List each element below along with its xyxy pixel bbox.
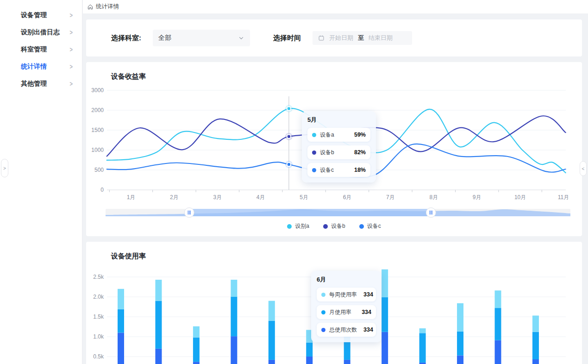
highlighted-point [287,107,291,110]
chevron-right-icon: > [70,63,73,70]
time-filter-label: 选择时间 [273,34,301,43]
breadcrumb-label: 统计详情 [96,3,119,11]
bar-segment-月使用率[interactable] [193,338,200,362]
revenue-chart-card: 设备收益率 050010001500200030001月2月3月4月5月6月7月… [86,62,582,236]
handle-grip-icon [190,211,191,215]
bar-segment-总使用次数[interactable] [155,349,162,364]
tooltip-series-name: 设备c [320,166,348,174]
bar-segment-总使用次数[interactable] [457,355,463,364]
y-axis-label: 500 [94,167,104,173]
sidebar-item-label: 设别出借日志 [21,28,60,37]
bar-segment-每周使用率[interactable] [419,328,426,333]
x-axis-label: 11月 [558,194,569,201]
line-chart-legend: 设别a设备b设备c [86,222,582,230]
bar-segment-总使用次数[interactable] [306,357,313,364]
expand-left-panel-button[interactable]: > [1,159,8,177]
tooltip-series-name: 设备a [320,131,348,139]
bar-segment-每周使用率[interactable] [382,270,388,297]
bar-segment-月使用率[interactable] [532,332,539,359]
start-date-input[interactable]: 开始日期 [329,34,353,42]
x-axis-label: 8月 [429,194,438,201]
bar-segment-总使用次数[interactable] [269,360,275,364]
y-axis-label: 2000 [91,107,104,113]
bar-segment-每周使用率[interactable] [457,303,463,332]
series-dot-icon [321,293,325,297]
sidebar-item-科室管理[interactable]: 科室管理> [0,41,82,58]
sidebar-item-label: 科室管理 [21,45,47,54]
date-separator: 至 [358,34,364,42]
series-dot-icon [312,133,316,137]
tooltip-row: 设备c18% [307,163,370,177]
y-axis-label: 1.0k [93,333,104,340]
tooltip-series-name: 月使用率 [329,308,355,316]
end-date-input[interactable]: 结束日期 [369,34,393,42]
sidebar: 设备管理>设别出借日志>科室管理>统计详情>其他管理> [0,0,82,364]
tooltip-row: 总使用次数334 [317,323,376,337]
breadcrumb-bar: 统计详情 [83,0,588,14]
bar-segment-每周使用率[interactable] [155,280,162,301]
breadcrumb[interactable]: 统计详情 [87,3,119,11]
x-axis-label: 9月 [473,194,482,201]
bar-segment-月使用率[interactable] [155,301,162,349]
bar-segment-每周使用率[interactable] [231,280,237,297]
x-axis-label: 6月 [343,194,352,201]
sidebar-item-设备管理[interactable]: 设备管理> [0,6,82,24]
chevron-right-icon: > [3,166,6,171]
sidebar-item-label: 其他管理 [21,80,47,88]
bar-segment-每周使用率[interactable] [532,315,539,332]
bar-segment-总使用次数[interactable] [382,332,388,364]
bar-segment-月使用率[interactable] [382,297,388,332]
y-axis-label: 1.5k [93,314,104,320]
calendar-icon [318,35,325,41]
bar-segment-每周使用率[interactable] [118,289,124,309]
bar-segment-月使用率[interactable] [306,343,313,357]
y-axis-label: 0 [100,187,104,193]
chevron-right-icon: > [70,46,73,53]
filter-card: 选择科室: 全部 选择时间 开始日期 至 结束日期 [86,19,582,56]
chevron-right-icon: > [70,12,73,19]
collapse-right-panel-button[interactable]: < [580,161,587,176]
bar-segment-月使用率[interactable] [419,333,426,363]
tooltip-series-name: 每周使用率 [329,291,357,299]
bar-segment-总使用次数[interactable] [344,360,350,364]
legend-item-设备c[interactable]: 设备c [359,222,381,230]
bar-segment-每周使用率[interactable] [269,301,275,321]
bar-segment-月使用率[interactable] [269,321,275,360]
tooltip-row: 设备b82% [307,145,370,159]
department-select[interactable]: 全部 [153,30,250,46]
series-dot-icon [321,310,325,314]
bar-segment-总使用次数[interactable] [495,340,501,364]
x-axis-label: 2月 [170,194,179,201]
bar-segment-月使用率[interactable] [495,308,501,340]
legend-item-设别a[interactable]: 设别a [287,222,309,230]
legend-label: 设备b [331,222,345,230]
sidebar-item-其他管理[interactable]: 其他管理> [0,75,82,92]
home-icon [87,4,94,10]
legend-item-设备b[interactable]: 设备b [323,222,345,230]
tooltip-title: 6月 [317,276,376,284]
date-range-picker[interactable]: 开始日期 至 结束日期 [313,31,412,45]
bar-segment-总使用次数[interactable] [118,333,124,364]
y-axis-label: 2.5k [93,274,104,280]
tooltip-rows: 设备a59%设备b82%设备c18% [307,128,370,177]
bar-segment-月使用率[interactable] [457,332,463,356]
chevron-down-icon [238,35,244,41]
series-dot-icon [312,151,316,155]
bar-segment-每周使用率[interactable] [193,326,200,338]
chevron-right-icon: > [70,29,73,36]
sidebar-item-统计详情[interactable]: 统计详情> [0,58,82,75]
bar-segment-总使用次数[interactable] [193,362,200,364]
bar-segment-月使用率[interactable] [231,297,237,336]
bar-segment-月使用率[interactable] [118,309,124,333]
tooltip-row: 每周使用率334 [317,288,376,301]
x-axis-label: 10月 [514,194,526,201]
tooltip-series-name: 总使用次数 [329,326,357,334]
bar-segment-每周使用率[interactable] [495,290,501,308]
tooltip-row: 月使用率334 [317,305,376,319]
sidebar-item-设别出借日志[interactable]: 设别出借日志> [0,24,82,41]
bar-segment-总使用次数[interactable] [532,359,539,364]
legend-label: 设备c [367,222,381,230]
bar-segment-总使用次数[interactable] [231,336,237,364]
tooltip-series-value: 59% [354,132,366,138]
page: { "sidebar": { "items": [ { "label": "设备… [0,0,588,364]
